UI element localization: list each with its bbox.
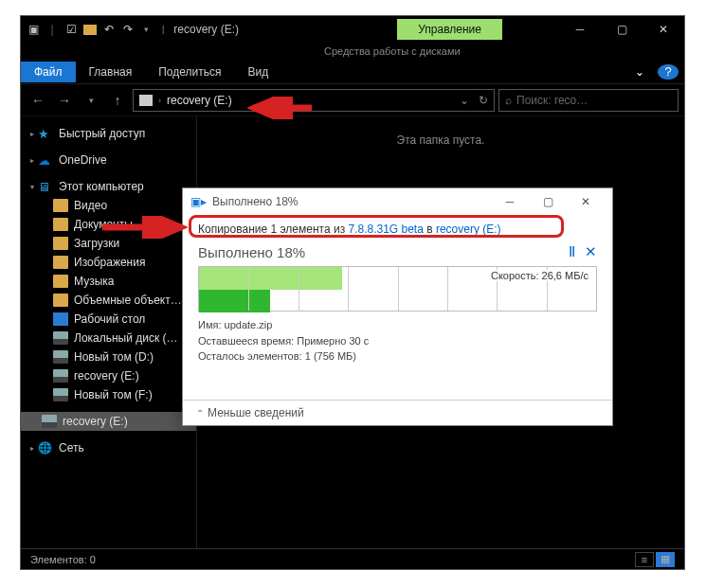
address-bar: ← → ▾ ↑ › recovery (E:) ⌄ ↻ ⌕ Поиск: rec… (21, 84, 684, 116)
qat-chevron[interactable]: ▾ (144, 25, 149, 34)
recent-chevron[interactable]: ▾ (80, 89, 102, 112)
network-icon: 🌐 (38, 441, 53, 454)
up-button[interactable]: ↑ (106, 89, 129, 112)
newfolder-icon[interactable] (83, 25, 97, 35)
drive-icon (139, 95, 153, 106)
speed-label: Скорость: 26,6 МБ/с (489, 270, 590, 281)
search-icon: ⌕ (505, 94, 512, 107)
sidebar-item-music[interactable]: Музыка (21, 272, 196, 291)
view-details-icon[interactable]: ≡ (635, 552, 654, 567)
title-sep: | (162, 25, 164, 34)
folder-icon (53, 237, 68, 250)
annotation-arrow-top (247, 97, 314, 119)
manage-tab[interactable]: Управление (397, 19, 502, 40)
cancel-button[interactable]: ✕ (585, 243, 597, 260)
view-large-icon[interactable]: ▦ (656, 552, 675, 567)
sidebar-this-pc[interactable]: 🖥 Этот компьютер (21, 177, 196, 196)
sidebar-quick-access[interactable]: ★ Быстрый доступ (21, 124, 196, 143)
sidebar-item-drive-f[interactable]: Новый том (F:) (21, 385, 196, 404)
undo-icon[interactable]: ↶ (102, 23, 116, 36)
empty-folder-text: Эта папка пуста. (397, 134, 485, 147)
drive-icon (53, 350, 68, 364)
sidebar: ★ Быстрый доступ ☁ OneDrive 🖥 Этот компь… (21, 116, 197, 548)
drive-icon (53, 388, 68, 401)
folder-icon: ▣ (27, 23, 40, 36)
dialog-titlebar: ▣▸ Выполнено 18% ─ ▢ ✕ (183, 188, 612, 215)
sidebar-item-pictures[interactable]: Изображения (21, 253, 196, 272)
star-icon: ★ (38, 127, 53, 140)
search-box[interactable]: ⌕ Поиск: reco… (498, 89, 679, 112)
done-line: Выполнено 18% Ⅱ ✕ (198, 243, 597, 260)
folder-icon (53, 199, 68, 212)
window-title: recovery (E:) (168, 23, 239, 36)
copy-line: Копирование 1 элемента из 7.8.8.31G beta… (198, 223, 597, 236)
dialog-title: Выполнено 18% (212, 195, 299, 208)
folder-icon (53, 275, 68, 288)
ribbon-chevron[interactable]: ⌄ (622, 62, 658, 82)
redo-icon[interactable]: ↷ (121, 23, 135, 36)
search-placeholder: Поиск: reco… (516, 94, 588, 107)
dialog-minimize[interactable]: ─ (491, 188, 529, 215)
refresh-button[interactable]: ↻ (479, 94, 488, 107)
copy-dest-link[interactable]: recovery (E:) (436, 223, 501, 236)
back-button[interactable]: ← (27, 89, 49, 112)
status-elements: Элементов: 0 (30, 554, 96, 565)
copy-source-link[interactable]: 7.8.8.31G beta (348, 223, 423, 236)
sidebar-item-selected-recovery[interactable]: recovery (E:) (21, 412, 196, 431)
copy-details: Имя: update.zip Оставшееся время: Пример… (198, 317, 597, 365)
drive-icon (53, 331, 68, 345)
qat: ▣ | ☑ ↶ ↷ ▾ (21, 23, 158, 36)
dialog-maximize[interactable]: ▢ (529, 188, 567, 215)
sidebar-item-desktop[interactable]: Рабочий стол (21, 310, 196, 329)
titlebar: ▣ | ☑ ↶ ↷ ▾ | recovery (E:) Управление ─… (21, 16, 684, 43)
sidebar-onedrive[interactable]: ☁ OneDrive (21, 151, 196, 169)
fewer-details[interactable]: ⌃ Меньше сведений (183, 400, 612, 425)
sidebar-item-3d[interactable]: Объемные объект… (21, 291, 196, 310)
pause-button[interactable]: Ⅱ (569, 243, 575, 260)
desktop-icon (53, 312, 68, 326)
chevron-up-icon: ⌃ (196, 408, 204, 419)
dialog-close[interactable]: ✕ (567, 188, 605, 215)
minimize-button[interactable]: ─ (559, 16, 601, 43)
path-box[interactable]: › recovery (E:) ⌄ ↻ (133, 89, 495, 112)
drive-icon (42, 415, 57, 428)
ribbon: Файл Главная Поделиться Вид ⌄ ? (21, 60, 684, 84)
qat-divider: | (45, 23, 59, 36)
forward-button[interactable]: → (53, 89, 76, 112)
file-tab[interactable]: Файл (21, 62, 76, 82)
copy-dialog: ▣▸ Выполнено 18% ─ ▢ ✕ Копирование 1 эле… (182, 187, 613, 426)
sidebar-item-drive-d[interactable]: Новый том (D:) (21, 347, 196, 366)
path-dropdown[interactable]: ⌄ (460, 94, 469, 107)
tab-home[interactable]: Главная (76, 62, 146, 82)
manage-subtitle: Средства работы с дисками (21, 43, 684, 60)
folder-icon (53, 218, 68, 231)
copy-icon: ▣▸ (190, 195, 207, 208)
path-text: recovery (E:) (167, 94, 232, 107)
folder-icon (53, 256, 68, 269)
path-chevron: › (158, 96, 161, 105)
cloud-icon: ☁ (38, 153, 53, 167)
maximize-button[interactable]: ▢ (601, 16, 643, 43)
pc-icon: 🖥 (38, 180, 53, 193)
sidebar-network[interactable]: 🌐 Сеть (21, 438, 196, 457)
help-button[interactable]: ? (658, 64, 679, 80)
properties-icon[interactable]: ☑ (64, 23, 78, 36)
drive-icon (53, 369, 68, 383)
sidebar-item-videos[interactable]: Видео (21, 196, 196, 215)
statusbar: Элементов: 0 ≡ ▦ (21, 548, 684, 569)
folder-icon (53, 294, 68, 307)
tab-view[interactable]: Вид (234, 62, 281, 82)
close-button[interactable]: ✕ (643, 16, 684, 43)
annotation-arrow-side (100, 216, 188, 239)
progress-graph: Скорость: 26,6 МБ/с (198, 266, 597, 312)
tab-share[interactable]: Поделиться (145, 62, 234, 82)
sidebar-item-drive-e[interactable]: recovery (E:) (21, 366, 196, 385)
sidebar-item-drive-c[interactable]: Локальный диск (… (21, 329, 196, 347)
